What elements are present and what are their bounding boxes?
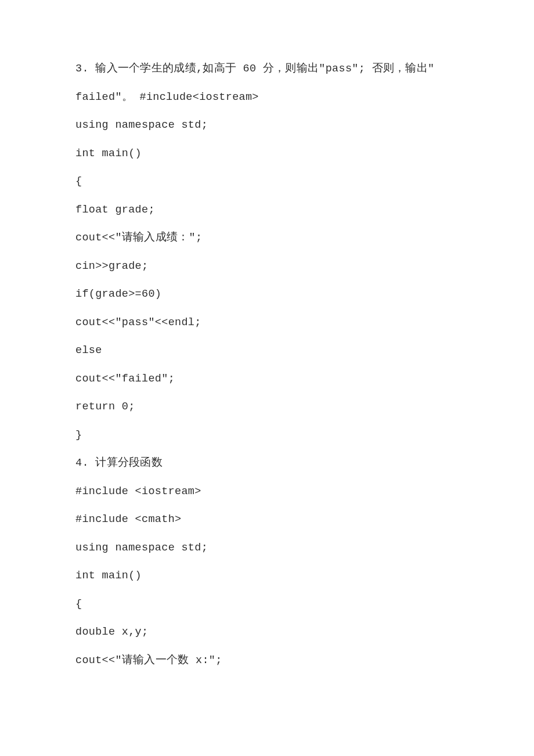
text-line: float grade; <box>75 205 461 216</box>
text-line: using namespace std; <box>75 120 461 131</box>
text-line: return 0; <box>75 402 461 413</box>
text-line: { <box>75 599 461 610</box>
text-line: int main() <box>75 571 461 582</box>
text-line: 4. 计算分段函数 <box>75 458 461 469</box>
text-line: #include <iostream> <box>75 487 461 498</box>
text-line: } <box>75 430 461 441</box>
text-line: cout<<"failed"; <box>75 374 461 385</box>
text-line: cout<<"请输入成绩："; <box>75 233 461 244</box>
text-line: double x,y; <box>75 627 461 638</box>
text-line: cin>>grade; <box>75 261 461 272</box>
text-line: else <box>75 345 461 357</box>
text-line: 3. 输入一个学生的成绩,如高于 60 分，则输出"pass"; 否则，输出" <box>75 64 461 75</box>
text-line: failed"。 #include<iostream> <box>75 92 461 103</box>
text-line: cout<<"请输入一个数 x:"; <box>75 656 461 667</box>
document-page: 3. 输入一个学生的成绩,如高于 60 分，则输出"pass"; 否则，输出" … <box>0 0 534 756</box>
text-line: cout<<"pass"<<endl; <box>75 318 461 329</box>
text-line: using namespace std; <box>75 543 461 554</box>
text-line: int main() <box>75 149 461 160</box>
text-line: #include <cmath> <box>75 514 461 525</box>
text-line: if(grade>=60) <box>75 289 461 300</box>
text-line: { <box>75 177 461 188</box>
